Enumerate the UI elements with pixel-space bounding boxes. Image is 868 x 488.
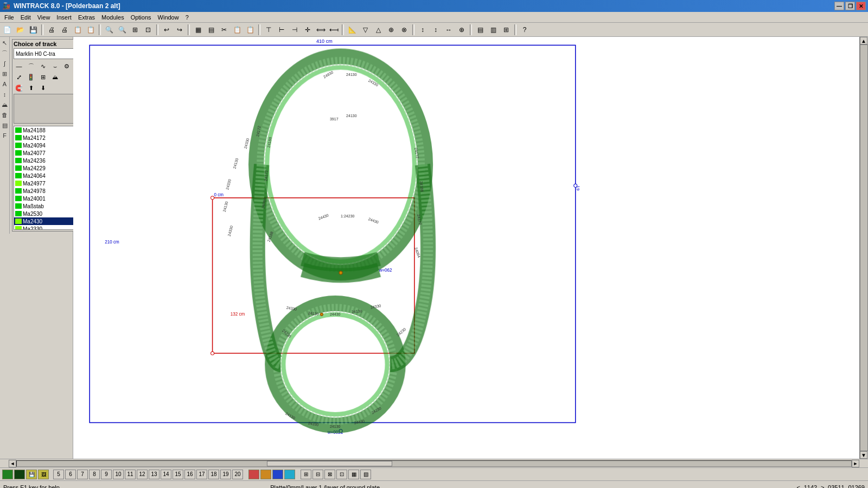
restore-button[interactable]: ❐ [845,2,855,10]
layer-6[interactable]: 6 [65,470,76,479]
horizontal-scroll-thumb[interactable] [267,461,392,466]
toolbar-zoom-select[interactable]: ⊡ [142,24,154,36]
vertical-scrollbar-track[interactable] [860,44,868,451]
toolbar-b1[interactable]: ▦ [192,24,204,36]
toolbar-move[interactable]: ✛ [302,24,314,36]
layer-ctrl-3[interactable]: ⊠ [324,470,335,479]
toolbar-g3[interactable]: ⊕ [385,24,397,36]
toolbar-cut[interactable]: ✂ [218,24,230,36]
toolbar-g2[interactable]: △ [372,24,384,36]
tool-curve[interactable]: ⌒ [25,61,36,71]
toolbar-zoom-in[interactable]: 🔍 [103,24,115,36]
menu-extras[interactable]: Extras [75,13,98,22]
layer-darkgreen-btn[interactable] [14,470,25,479]
color-blue[interactable] [272,470,283,479]
layer-img-btn[interactable]: 🖼 [38,470,49,479]
left-icon-curve[interactable]: ∫ [0,59,10,68]
toolbar-h1[interactable]: ↕ [417,24,429,36]
toolbar-copy[interactable]: 📋 [231,24,243,36]
tool-flex[interactable]: ⌣ [49,61,60,71]
toolbar-t2[interactable]: ⊢ [276,24,288,36]
toolbar-h4[interactable]: ⊕ [456,24,468,36]
left-icon-text[interactable]: A [0,79,10,89]
tool-signal[interactable]: 🚦 [25,72,36,82]
toolbar-print[interactable]: 🖨 [46,24,58,36]
layer-16[interactable]: 16 [184,470,195,479]
layer-13[interactable]: 13 [149,470,159,479]
toolbar-g1[interactable]: ▽ [359,24,371,36]
layer-17[interactable]: 17 [196,470,207,479]
tool-straight[interactable]: — [14,61,24,71]
left-icon-3d[interactable]: F [0,131,10,140]
toolbar-t3[interactable]: ⊣ [289,24,301,36]
tool-up[interactable]: ⬆ [25,83,36,93]
toolbar-save[interactable]: 💾 [27,24,39,36]
toolbar-open[interactable]: 📂 [14,24,26,36]
toolbar-measure[interactable]: 📐 [346,24,358,36]
color-teal[interactable] [284,470,295,479]
layer-ctrl-4[interactable]: ⊡ [336,470,347,479]
layer-ctrl-5[interactable]: ▦ [348,470,359,479]
layer-7[interactable]: 7 [77,470,88,479]
menu-help[interactable]: ? [182,13,192,22]
layer-10[interactable]: 10 [113,470,124,479]
scroll-left-button[interactable]: ◄ [9,460,16,467]
layer-18[interactable]: 18 [208,470,219,479]
toolbar-h3[interactable]: ↔ [443,24,455,36]
layer-9[interactable]: 9 [101,470,112,479]
scroll-down-button[interactable]: ▼ [860,451,867,459]
tool-down[interactable]: ⬇ [37,83,48,93]
layer-15[interactable]: 15 [173,470,183,479]
layer-ctrl-2[interactable]: ⊟ [312,470,323,479]
toolbar-t5[interactable]: ⟺ [315,24,327,36]
color-orange[interactable] [260,470,271,479]
scroll-right-button[interactable]: ► [852,460,859,467]
right-scrollbar[interactable]: ▲ ▼ [859,37,868,459]
left-icon-layer[interactable]: ▤ [0,120,10,130]
layer-11[interactable]: 11 [125,470,136,479]
toolbar-g4[interactable]: ⊗ [398,24,410,36]
menu-window[interactable]: Window [155,13,182,22]
menu-options[interactable]: Options [127,13,155,22]
toolbar-t6[interactable]: ⟻ [328,24,340,36]
toolbar-h2[interactable]: ↕ [430,24,442,36]
main-canvas[interactable]: 410 cm 19 210 cm 0 cm w=062 w=0021 132 c… [73,37,859,459]
left-icon-delete[interactable]: 🗑 [0,110,10,120]
tool-points[interactable]: ⑇ [14,72,24,82]
toolbar-print4[interactable]: 📋 [85,24,97,36]
toolbar-b2[interactable]: ▤ [205,24,217,36]
layer-ctrl-1[interactable]: ⊞ [301,470,311,479]
toolbar-redo[interactable]: ↪ [174,24,186,36]
left-icon-terrain[interactable]: ⛰ [0,100,10,110]
toolbar-zoom-fit[interactable]: ⊞ [129,24,141,36]
layer-green-btn[interactable] [2,470,13,479]
toolbar-question[interactable]: ? [519,24,531,36]
left-icon-track[interactable]: ⌒ [0,48,10,58]
toolbar-layers[interactable]: ⊞ [500,24,512,36]
menu-modules[interactable]: Modules [98,13,127,22]
layer-20[interactable]: 20 [232,470,243,479]
toolbar-t1[interactable]: ⊤ [263,24,275,36]
tool-s-curve[interactable]: ∿ [37,61,48,71]
toolbar-layer[interactable]: ▤ [474,24,486,36]
menu-view[interactable]: View [34,13,54,22]
layer-12[interactable]: 12 [137,470,148,479]
tool-building[interactable]: ⊞ [37,72,48,82]
layer-8[interactable]: 8 [89,470,100,479]
left-icon-symbol[interactable]: ⊞ [0,69,10,79]
layer-save-btn[interactable]: 💾 [26,470,37,479]
toolbar-print2[interactable]: 🖨 [59,24,71,36]
tool-gear[interactable]: ⚙ [61,61,72,71]
toolbar-undo[interactable]: ↩ [161,24,173,36]
toolbar-paste[interactable]: 📋 [244,24,256,36]
toolbar-print3[interactable]: 📋 [72,24,84,36]
tool-landscape[interactable]: ⛰ [49,72,60,82]
horizontal-scrollbar[interactable]: ◄ ► [0,459,868,467]
menu-file[interactable]: File [1,13,17,22]
toolbar-new[interactable]: 📄 [1,24,13,36]
layer-14[interactable]: 14 [161,470,171,479]
layer-5[interactable]: 5 [53,470,64,479]
menu-edit[interactable]: Edit [17,13,34,22]
left-icon-select[interactable]: ↖ [0,38,10,48]
toolbar-layer2[interactable]: ▥ [487,24,499,36]
